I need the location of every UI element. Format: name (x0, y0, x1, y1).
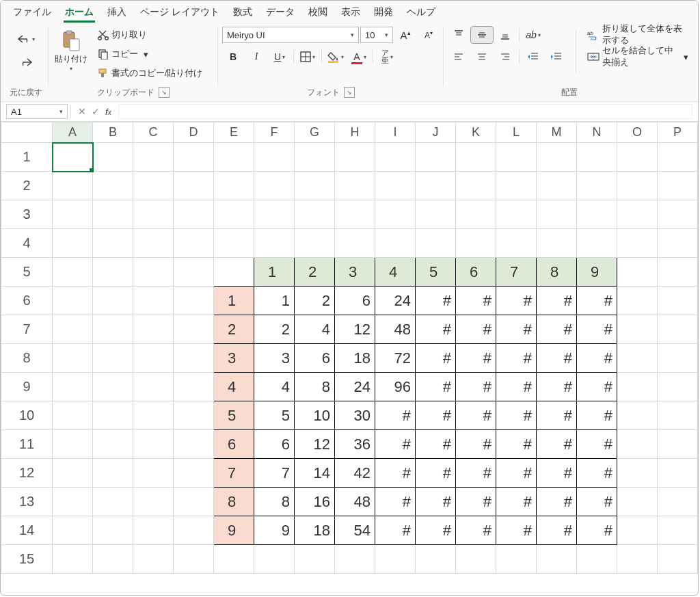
cell[interactable]: # (537, 459, 577, 488)
column-header[interactable]: O (617, 122, 658, 143)
cell[interactable] (53, 545, 93, 574)
cell[interactable] (577, 545, 617, 574)
cell[interactable] (617, 200, 658, 229)
cell[interactable] (93, 488, 133, 516)
cell[interactable]: # (416, 344, 456, 373)
cell[interactable] (658, 401, 698, 430)
decrease-font-button[interactable]: A▾ (418, 27, 440, 43)
cell[interactable] (335, 229, 375, 258)
cell[interactable]: 42 (335, 459, 375, 488)
menu-item-9[interactable]: ヘルプ (401, 3, 441, 23)
cell[interactable]: # (496, 373, 537, 401)
cell[interactable] (214, 229, 254, 258)
cell[interactable]: 9 (254, 516, 295, 545)
cell[interactable] (133, 401, 174, 430)
column-header[interactable]: F (254, 122, 295, 143)
cell[interactable] (617, 401, 658, 430)
cell[interactable] (133, 516, 174, 545)
cell[interactable]: # (577, 488, 617, 516)
cell[interactable] (93, 172, 133, 200)
cell[interactable] (617, 516, 658, 545)
cell[interactable] (174, 401, 214, 430)
cell[interactable]: 6 (456, 258, 496, 287)
cell[interactable]: # (537, 488, 577, 516)
menu-item-7[interactable]: 表示 (336, 3, 366, 23)
cell[interactable] (416, 172, 456, 200)
cell[interactable] (335, 200, 375, 229)
cell[interactable]: 7 (496, 258, 537, 287)
cell[interactable] (617, 258, 658, 287)
cell[interactable] (295, 229, 335, 258)
cell[interactable] (133, 315, 174, 344)
cell[interactable]: 24 (335, 373, 375, 401)
cell[interactable] (295, 200, 335, 229)
cell[interactable] (53, 200, 93, 229)
cell[interactable] (174, 430, 214, 459)
cell[interactable] (93, 430, 133, 459)
cell[interactable]: 96 (375, 373, 416, 401)
cell[interactable]: # (496, 287, 537, 315)
bold-button[interactable]: B (222, 49, 244, 65)
cell[interactable]: 6 (335, 287, 375, 315)
cell[interactable]: 2 (295, 287, 335, 315)
cell[interactable]: # (496, 401, 537, 430)
cell[interactable]: # (496, 516, 537, 545)
cell[interactable] (53, 172, 93, 200)
underline-button[interactable]: U▾ (269, 49, 291, 65)
dialog-launcher-icon[interactable]: ↘ (159, 87, 170, 98)
cell[interactable] (53, 258, 93, 287)
row-header[interactable]: 2 (1, 172, 53, 200)
cell[interactable] (335, 545, 375, 574)
cell[interactable]: # (456, 373, 496, 401)
enter-formula-icon[interactable]: ✓ (92, 106, 100, 117)
cell[interactable] (93, 229, 133, 258)
cell[interactable] (53, 401, 93, 430)
cell[interactable] (496, 200, 537, 229)
borders-button[interactable]: ▾ (297, 49, 319, 65)
cell[interactable] (617, 430, 658, 459)
cell[interactable]: # (456, 401, 496, 430)
cell[interactable] (416, 200, 456, 229)
cell[interactable] (577, 229, 617, 258)
cell[interactable]: # (456, 488, 496, 516)
cell[interactable] (658, 516, 698, 545)
cell[interactable] (456, 172, 496, 200)
row-header[interactable]: 8 (1, 344, 53, 373)
menu-item-4[interactable]: 数式 (228, 3, 258, 23)
cell[interactable] (93, 459, 133, 488)
row-header[interactable]: 13 (1, 488, 53, 516)
cell[interactable] (658, 258, 698, 287)
cell[interactable] (133, 287, 174, 315)
cell[interactable]: # (416, 315, 456, 344)
cell[interactable] (53, 373, 93, 401)
cell[interactable]: # (375, 516, 416, 545)
cell[interactable]: 2 (214, 315, 254, 344)
cell[interactable]: # (375, 430, 416, 459)
cell[interactable]: 3 (335, 258, 375, 287)
cell[interactable] (53, 430, 93, 459)
cell[interactable] (577, 200, 617, 229)
wrap-text-button[interactable]: ab 折り返して全体を表示する (584, 27, 691, 43)
cell[interactable]: 36 (335, 430, 375, 459)
cell[interactable]: 6 (214, 430, 254, 459)
cell[interactable] (174, 516, 214, 545)
cell[interactable] (214, 545, 254, 574)
cell[interactable] (214, 143, 254, 172)
cell[interactable] (174, 172, 214, 200)
cell[interactable] (375, 229, 416, 258)
cell[interactable]: 4 (254, 373, 295, 401)
decrease-indent-button[interactable] (522, 49, 544, 65)
cell[interactable] (456, 143, 496, 172)
cell[interactable] (658, 229, 698, 258)
cell[interactable] (133, 430, 174, 459)
cell[interactable] (617, 373, 658, 401)
row-header[interactable]: 9 (1, 373, 53, 401)
row-header[interactable]: 3 (1, 200, 53, 229)
cell[interactable] (295, 545, 335, 574)
cell[interactable] (658, 172, 698, 200)
cell[interactable]: 18 (295, 516, 335, 545)
cell[interactable]: # (456, 287, 496, 315)
cell[interactable] (174, 200, 214, 229)
cell[interactable]: 48 (375, 315, 416, 344)
paste-button[interactable]: 貼り付け ▾ (53, 27, 90, 80)
